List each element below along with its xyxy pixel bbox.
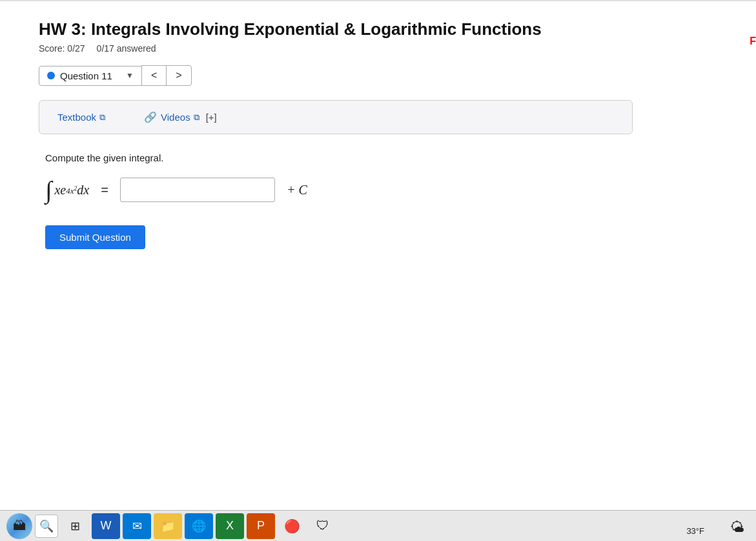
integral-line: ∫ xe4x2dx = + C (45, 178, 717, 202)
hw-title: HW 3: Integrals Involving Exponential & … (39, 19, 717, 39)
score-value: Score: 0/27 (39, 43, 85, 54)
videos-label: Videos (161, 112, 190, 123)
paperclip-icon: 🔗 (144, 111, 157, 123)
next-question-button[interactable]: > (166, 65, 191, 86)
equals-sign: = (101, 183, 108, 198)
question-nav: Question 11 ▼ < > (39, 65, 717, 86)
right-edge-label: F (750, 36, 756, 47)
videos-link[interactable]: Videos ⧉ (161, 112, 199, 123)
question-dropdown-label: Question 11 (60, 70, 121, 81)
chevron-down-icon: ▼ (126, 71, 134, 80)
question-instruction: Compute the given integral. (45, 152, 717, 163)
submit-question-button[interactable]: Submit Question (45, 225, 145, 249)
plus-bracket[interactable]: [+] (206, 112, 217, 123)
score-line: Score: 0/27 0/17 answered (39, 43, 717, 54)
textbook-label: Textbook (57, 112, 96, 123)
prev-question-button[interactable]: < (141, 65, 167, 86)
question-body: Compute the given integral. ∫ xe4x2dx = … (39, 152, 717, 249)
question-dot (47, 72, 55, 79)
answered-count: 0/17 answered (97, 43, 156, 54)
integrand: xe4x2dx (54, 183, 89, 198)
external-link-icon-textbook: ⧉ (99, 112, 105, 123)
integral-expression: ∫ xe4x2dx (45, 178, 89, 202)
question-dropdown[interactable]: Question 11 ▼ (39, 66, 142, 86)
answer-input[interactable] (120, 178, 275, 202)
integral-sign: ∫ (45, 178, 52, 202)
external-link-icon-videos: ⧉ (194, 112, 199, 123)
plus-c: + C (287, 183, 307, 198)
resources-box: Textbook ⧉ 🔗 Videos ⧉ [+] (39, 100, 633, 134)
textbook-link[interactable]: Textbook ⧉ (57, 112, 105, 123)
